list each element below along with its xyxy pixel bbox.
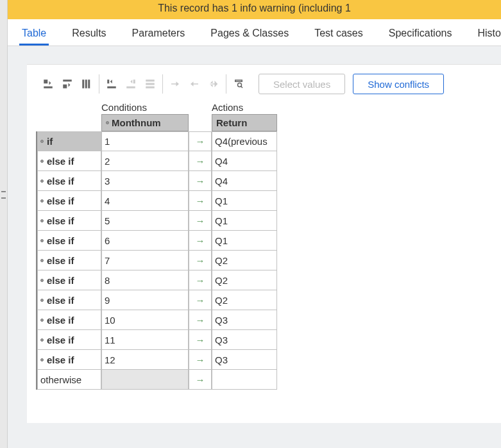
move-left-icon xyxy=(186,76,203,92)
tab-strip: Table Results Parameters Pages & Classes… xyxy=(8,19,501,46)
table-row[interactable]: else if5→Q1 xyxy=(37,211,299,231)
row-label[interactable]: else if xyxy=(37,171,101,191)
row-label-text: else if xyxy=(47,195,74,206)
return-cell[interactable]: Q2 xyxy=(212,251,277,270)
condition-cell[interactable]: 8 xyxy=(101,270,189,290)
row-label[interactable]: else if xyxy=(37,251,101,270)
insert-row-before-icon[interactable] xyxy=(40,76,56,92)
find-icon[interactable] xyxy=(230,76,247,92)
return-cell[interactable]: Q2 xyxy=(212,290,277,310)
return-cell[interactable]: Q3 xyxy=(212,330,277,350)
return-cell[interactable]: Q1 xyxy=(212,231,277,251)
condition-cell[interactable]: 12 xyxy=(101,350,189,370)
table-row[interactable]: else if7→Q2 xyxy=(37,251,299,270)
row-label[interactable]: else if xyxy=(37,290,101,310)
tab-pages-classes[interactable]: Pages & Classes xyxy=(208,21,291,46)
return-cell[interactable]: Q4 xyxy=(212,151,277,171)
return-cell[interactable]: Q1 xyxy=(212,191,277,211)
condition-cell[interactable]: 4 xyxy=(101,191,189,211)
bullet-icon xyxy=(40,140,44,143)
left-rail[interactable] xyxy=(0,0,8,448)
row-label[interactable]: else if xyxy=(37,191,101,211)
row-label-text: else if xyxy=(47,275,74,286)
arrow-icon: → xyxy=(189,191,212,211)
row-label-text: else if xyxy=(47,335,74,345)
condition-cell[interactable]: 9 xyxy=(101,290,189,310)
return-cell[interactable] xyxy=(212,370,277,390)
row-label[interactable]: else if xyxy=(37,350,101,370)
arrow-icon: → xyxy=(189,151,212,171)
tab-history[interactable]: Histor xyxy=(475,21,501,46)
arrow-icon: → xyxy=(189,211,212,231)
bullet-icon xyxy=(40,299,44,302)
row-label[interactable]: else if xyxy=(37,330,101,350)
row-label[interactable]: otherwise xyxy=(37,370,101,390)
arrow-icon: → xyxy=(189,270,212,290)
row-label-text: else if xyxy=(47,176,74,187)
tab-results[interactable]: Results xyxy=(69,21,108,46)
bullet-icon xyxy=(40,199,44,203)
tab-table[interactable]: Table xyxy=(19,21,49,46)
insert-row-after-icon[interactable] xyxy=(59,76,76,92)
row-label-text: else if xyxy=(47,295,74,306)
condition-cell[interactable]: 1 xyxy=(101,131,189,151)
show-conflicts-button[interactable]: Show conflicts xyxy=(353,74,444,94)
return-column-header[interactable]: Return xyxy=(212,114,277,131)
condition-column-label: Monthnum xyxy=(112,117,161,128)
condition-cell[interactable]: 6 xyxy=(101,231,189,251)
bullet-icon xyxy=(40,259,44,262)
table-row[interactable]: else if11→Q3 xyxy=(37,330,299,350)
table-row[interactable]: else if2→Q4 xyxy=(37,151,299,171)
condition-cell[interactable]: 7 xyxy=(101,251,189,270)
return-cell[interactable]: Q4 xyxy=(212,171,277,191)
return-cell[interactable]: Q1 xyxy=(212,211,277,231)
row-label[interactable]: else if xyxy=(37,270,101,290)
arrow-icon: → xyxy=(189,370,212,390)
tab-specifications[interactable]: Specifications xyxy=(386,21,455,46)
condition-cell[interactable]: 3 xyxy=(101,171,189,191)
warning-bar[interactable]: This record has 1 info warning (includin… xyxy=(8,0,501,19)
condition-column-header[interactable]: Monthnum xyxy=(101,114,189,131)
table-row[interactable]: else if12→Q3 xyxy=(37,350,299,370)
table-row[interactable]: else if10→Q3 xyxy=(37,310,299,330)
arrow-icon: → xyxy=(189,251,212,270)
condition-cell[interactable] xyxy=(101,370,189,390)
return-cell[interactable]: Q2 xyxy=(212,270,277,290)
row-label[interactable]: else if xyxy=(37,310,101,330)
condition-cell[interactable]: 2 xyxy=(101,151,189,171)
return-cell[interactable]: Q3 xyxy=(212,310,277,330)
table-row[interactable]: else if4→Q1 xyxy=(37,191,299,211)
table-row[interactable]: else if9→Q2 xyxy=(37,290,299,310)
row-label-text: else if xyxy=(47,354,74,365)
row-label-text: else if xyxy=(47,255,74,266)
condition-cell[interactable]: 5 xyxy=(101,211,189,231)
arrow-icon: → xyxy=(189,330,212,350)
row-label[interactable]: else if xyxy=(37,231,101,251)
return-cell[interactable]: Q3 xyxy=(212,350,277,370)
bullet-icon xyxy=(40,219,44,222)
row-label[interactable]: if xyxy=(37,131,101,151)
return-cell[interactable]: Q4(previous xyxy=(212,131,277,151)
condition-cell[interactable]: 10 xyxy=(101,310,189,330)
arrow-icon: → xyxy=(189,310,212,330)
table-row[interactable]: else if3→Q4 xyxy=(37,171,299,191)
row-label[interactable]: else if xyxy=(37,211,101,231)
table-row[interactable]: else if6→Q1 xyxy=(37,231,299,251)
bullet-icon xyxy=(40,338,44,342)
row-label[interactable]: else if xyxy=(37,151,101,171)
condition-cell[interactable]: 11 xyxy=(101,330,189,350)
expand-icon xyxy=(205,76,222,92)
arrow-icon: → xyxy=(189,131,212,151)
insert-col-before-icon[interactable] xyxy=(103,76,120,92)
move-right-icon xyxy=(167,76,183,92)
tab-parameters[interactable]: Parameters xyxy=(130,21,188,46)
table-row[interactable]: else if8→Q2 xyxy=(37,270,299,290)
row-label-text: if xyxy=(47,136,53,147)
table-row[interactable]: otherwise→ xyxy=(37,370,299,390)
delete-row-icon[interactable] xyxy=(78,76,95,92)
table-row[interactable]: if1→Q4(previous xyxy=(37,131,299,151)
arrow-icon: → xyxy=(189,231,212,251)
tab-test-cases[interactable]: Test cases xyxy=(312,21,366,46)
select-values-button[interactable]: Select values xyxy=(259,74,345,94)
arrow-icon: → xyxy=(189,171,212,191)
